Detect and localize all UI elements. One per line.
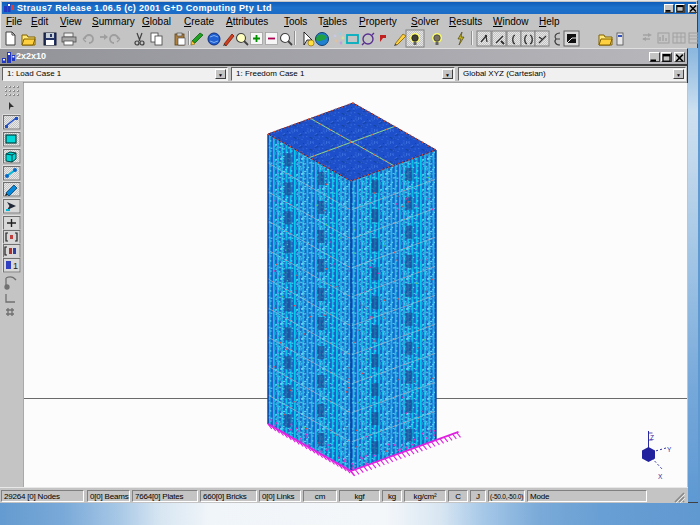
svg-text:Y: Y: [667, 446, 672, 453]
svg-text:Z: Z: [650, 434, 654, 441]
svg-text:X: X: [658, 473, 663, 480]
svg-text:1: 1: [13, 261, 18, 271]
